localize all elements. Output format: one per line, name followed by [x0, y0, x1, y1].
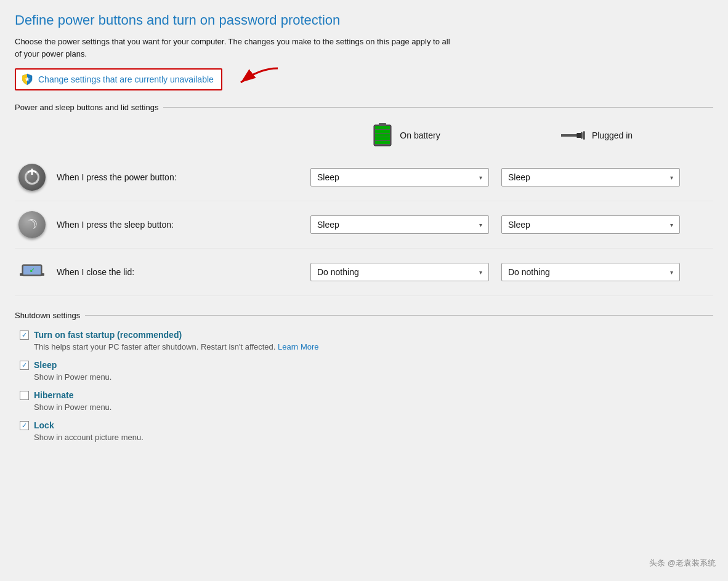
svg-text:↙: ↙ — [30, 266, 34, 273]
checkmark-icon: ✓ — [22, 331, 27, 339]
lock-checkbox-row: ✓ Lock — [20, 420, 713, 430]
power-button-line — [31, 169, 33, 175]
shutdown-section: Shutdown settings ✓ Turn on fast startup… — [15, 311, 713, 442]
power-button-plugged-dropdown-wrapper: Sleep ▾ — [499, 168, 690, 186]
fast-startup-row: ✓ Turn on fast startup (recommended) — [20, 330, 713, 340]
power-button-icon-container — [15, 164, 49, 191]
battery-column-header: On battery — [310, 122, 501, 149]
sleep-checkbox-label: Sleep — [34, 360, 57, 370]
fast-startup-checkbox[interactable]: ✓ — [20, 331, 29, 340]
lid-plugged-value: Do nothing — [508, 267, 550, 277]
chevron-down-icon: ▾ — [479, 174, 482, 181]
sleep-button-dropdowns: Sleep ▾ Sleep ▾ — [308, 215, 690, 234]
change-settings-container: ★ Change settings that are currently una… — [15, 68, 222, 90]
svg-rect-3 — [379, 123, 386, 126]
fast-startup-description: This helps start your PC faster after sh… — [34, 342, 713, 351]
checkmark-icon: ✓ — [22, 422, 27, 430]
page-title: Define power buttons and turn on passwor… — [15, 12, 713, 28]
battery-label: On battery — [400, 130, 440, 140]
column-headers: On battery Plugged in — [310, 122, 713, 149]
lid-battery-value: Do nothing — [317, 267, 359, 277]
sleep-item: ✓ Sleep Show in Power menu. — [15, 360, 713, 382]
shield-icon: ★ — [21, 73, 33, 86]
lid-icon-container: ↙ — [15, 258, 49, 286]
plugged-column-header: Plugged in — [501, 122, 692, 149]
laptop-icon: ↙ — [17, 258, 47, 286]
lid-plugged-dropdown[interactable]: Do nothing ▾ — [501, 263, 680, 281]
sleep-button-battery-value: Sleep — [317, 220, 339, 230]
checkmark-icon: ✓ — [22, 361, 27, 369]
lid-plugged-dropdown-wrapper: Do nothing ▾ — [499, 263, 690, 281]
sleep-checkbox-row: ✓ Sleep — [20, 360, 713, 370]
arrow-annotation — [229, 65, 284, 96]
lid-battery-dropdown[interactable]: Do nothing ▾ — [310, 263, 489, 281]
sleep-checkbox[interactable]: ✓ — [20, 361, 29, 370]
shutdown-section-header: Shutdown settings — [15, 311, 713, 320]
power-button-battery-dropdown-wrapper: Sleep ▾ — [308, 168, 499, 186]
chevron-down-icon: ▾ — [479, 222, 482, 228]
lid-row: ↙ When I close the lid: Do nothing ▾ Do … — [15, 249, 713, 296]
plugged-label: Plugged in — [592, 130, 633, 140]
svg-rect-5 — [375, 130, 390, 133]
battery-icon — [371, 122, 394, 149]
sleep-description: Show in Power menu. — [34, 372, 713, 382]
hibernate-item: Hibernate Show in Power menu. — [15, 390, 713, 412]
power-button-inner — [25, 170, 39, 185]
hibernate-checkbox-label: Hibernate — [34, 390, 74, 400]
power-button-row: When I press the power button: Sleep ▾ S… — [15, 154, 713, 201]
power-button-label: When I press the power button: — [49, 172, 308, 182]
power-button-plugged-dropdown[interactable]: Sleep ▾ — [501, 168, 680, 186]
svg-rect-4 — [375, 126, 390, 129]
lock-item: ✓ Lock Show in account picture menu. — [15, 420, 713, 442]
sleep-button-plugged-dropdown[interactable]: Sleep ▾ — [501, 215, 680, 234]
lid-label: When I close the lid: — [49, 267, 308, 277]
plug-icon — [561, 127, 586, 144]
chevron-down-icon: ▾ — [670, 174, 673, 181]
sleep-button-row: ☽ When I press the sleep button: Sleep ▾… — [15, 201, 713, 249]
lock-checkbox[interactable]: ✓ — [20, 421, 29, 430]
svg-rect-7 — [375, 137, 390, 140]
lid-battery-dropdown-wrapper: Do nothing ▾ — [308, 263, 499, 281]
svg-rect-8 — [375, 141, 390, 144]
sleep-button-icon: ☽ — [18, 211, 46, 238]
sleep-button-icon-container: ☽ — [15, 211, 49, 238]
chevron-down-icon: ▾ — [670, 269, 673, 276]
sleep-button-plugged-value: Sleep — [508, 220, 530, 230]
hibernate-checkbox-row: Hibernate — [20, 390, 713, 400]
fast-startup-label: Turn on fast startup (recommended) — [34, 330, 182, 340]
chevron-down-icon: ▾ — [670, 222, 673, 228]
settings-grid: On battery Plugged in When I press the p… — [15, 122, 713, 296]
fast-startup-item: ✓ Turn on fast startup (recommended) Thi… — [15, 330, 713, 351]
power-button-battery-value: Sleep — [317, 172, 339, 182]
learn-more-link[interactable]: Learn More — [278, 342, 318, 351]
change-settings-button[interactable]: ★ Change settings that are currently una… — [15, 68, 222, 90]
moon-icon: ☽ — [23, 215, 41, 235]
lock-checkbox-label: Lock — [34, 420, 54, 430]
sleep-button-plugged-dropdown-wrapper: Sleep ▾ — [499, 215, 690, 234]
svg-text:★: ★ — [25, 76, 30, 82]
sleep-button-battery-dropdown[interactable]: Sleep ▾ — [310, 215, 489, 234]
watermark: 头条 @老袁装系统 — [649, 558, 716, 569]
hibernate-checkbox[interactable] — [20, 391, 29, 400]
power-section-header: Power and sleep buttons and lid settings — [15, 103, 713, 112]
power-button-dropdowns: Sleep ▾ Sleep ▾ — [308, 168, 690, 186]
lid-dropdowns: Do nothing ▾ Do nothing ▾ — [308, 263, 690, 281]
change-settings-link[interactable]: Change settings that are currently unava… — [38, 74, 214, 84]
sleep-button-battery-dropdown-wrapper: Sleep ▾ — [308, 215, 499, 234]
chevron-down-icon: ▾ — [479, 269, 482, 276]
page-description: Choose the power settings that you want … — [15, 36, 458, 60]
lock-description: Show in account picture menu. — [34, 433, 713, 442]
hibernate-description: Show in Power menu. — [34, 403, 713, 412]
svg-rect-6 — [375, 134, 390, 137]
sleep-button-label: When I press the sleep button: — [49, 220, 308, 230]
power-button-plugged-value: Sleep — [508, 172, 530, 182]
power-button-battery-dropdown[interactable]: Sleep ▾ — [310, 168, 489, 186]
power-button-icon — [18, 164, 46, 191]
